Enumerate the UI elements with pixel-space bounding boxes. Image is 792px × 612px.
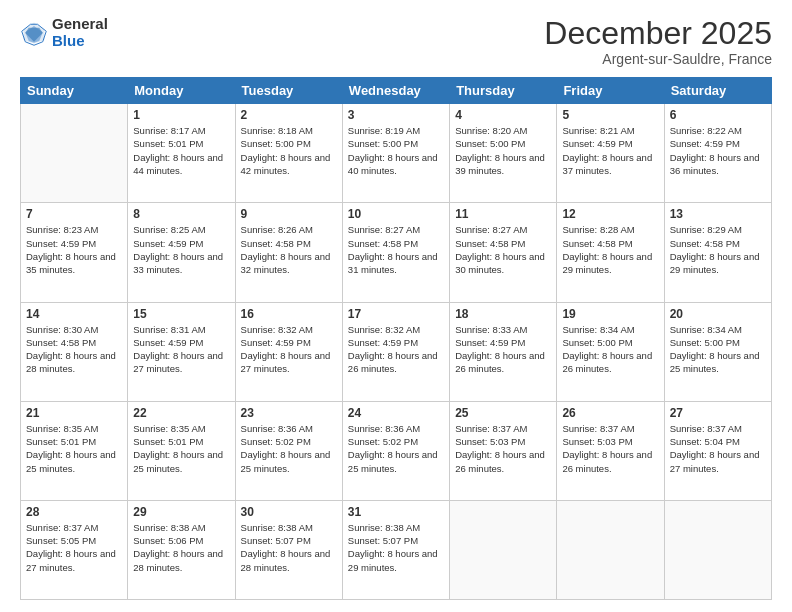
- sunset-text: Sunset: 4:58 PM: [241, 237, 337, 250]
- day-number: 3: [348, 108, 444, 122]
- calendar-cell: 27 Sunrise: 8:37 AM Sunset: 5:04 PM Dayl…: [664, 401, 771, 500]
- daylight-text: Daylight: 8 hours and 28 minutes.: [241, 547, 337, 574]
- calendar-cell: 21 Sunrise: 8:35 AM Sunset: 5:01 PM Dayl…: [21, 401, 128, 500]
- sunrise-text: Sunrise: 8:35 AM: [133, 422, 229, 435]
- header-tuesday: Tuesday: [235, 78, 342, 104]
- daylight-text: Daylight: 8 hours and 27 minutes.: [670, 448, 766, 475]
- daylight-text: Daylight: 8 hours and 25 minutes.: [133, 448, 229, 475]
- calendar-cell: 20 Sunrise: 8:34 AM Sunset: 5:00 PM Dayl…: [664, 302, 771, 401]
- daylight-text: Daylight: 8 hours and 25 minutes.: [241, 448, 337, 475]
- daylight-text: Daylight: 8 hours and 44 minutes.: [133, 151, 229, 178]
- sunrise-text: Sunrise: 8:18 AM: [241, 124, 337, 137]
- logo-icon: [20, 19, 48, 47]
- day-number: 6: [670, 108, 766, 122]
- sunset-text: Sunset: 5:04 PM: [670, 435, 766, 448]
- header-thursday: Thursday: [450, 78, 557, 104]
- calendar-cell: [450, 500, 557, 599]
- daylight-text: Daylight: 8 hours and 29 minutes.: [670, 250, 766, 277]
- day-number: 25: [455, 406, 551, 420]
- sunset-text: Sunset: 4:58 PM: [562, 237, 658, 250]
- daylight-text: Daylight: 8 hours and 28 minutes.: [26, 349, 122, 376]
- day-number: 18: [455, 307, 551, 321]
- daylight-text: Daylight: 8 hours and 26 minutes.: [455, 448, 551, 475]
- day-info: Sunrise: 8:19 AM Sunset: 5:00 PM Dayligh…: [348, 124, 444, 177]
- calendar-row-3: 14 Sunrise: 8:30 AM Sunset: 4:58 PM Dayl…: [21, 302, 772, 401]
- day-number: 17: [348, 307, 444, 321]
- sunrise-text: Sunrise: 8:34 AM: [670, 323, 766, 336]
- calendar-cell: 24 Sunrise: 8:36 AM Sunset: 5:02 PM Dayl…: [342, 401, 449, 500]
- calendar-cell: 10 Sunrise: 8:27 AM Sunset: 4:58 PM Dayl…: [342, 203, 449, 302]
- day-info: Sunrise: 8:33 AM Sunset: 4:59 PM Dayligh…: [455, 323, 551, 376]
- logo-blue-text: Blue: [52, 33, 108, 50]
- day-number: 2: [241, 108, 337, 122]
- day-info: Sunrise: 8:34 AM Sunset: 5:00 PM Dayligh…: [670, 323, 766, 376]
- sunrise-text: Sunrise: 8:21 AM: [562, 124, 658, 137]
- calendar-cell: 12 Sunrise: 8:28 AM Sunset: 4:58 PM Dayl…: [557, 203, 664, 302]
- sunset-text: Sunset: 5:06 PM: [133, 534, 229, 547]
- logo-general-text: General: [52, 16, 108, 33]
- day-info: Sunrise: 8:25 AM Sunset: 4:59 PM Dayligh…: [133, 223, 229, 276]
- daylight-text: Daylight: 8 hours and 25 minutes.: [670, 349, 766, 376]
- day-number: 12: [562, 207, 658, 221]
- sunrise-text: Sunrise: 8:25 AM: [133, 223, 229, 236]
- sunset-text: Sunset: 5:02 PM: [348, 435, 444, 448]
- day-info: Sunrise: 8:34 AM Sunset: 5:00 PM Dayligh…: [562, 323, 658, 376]
- day-number: 13: [670, 207, 766, 221]
- sunset-text: Sunset: 5:00 PM: [455, 137, 551, 150]
- day-number: 8: [133, 207, 229, 221]
- calendar-cell: 2 Sunrise: 8:18 AM Sunset: 5:00 PM Dayli…: [235, 104, 342, 203]
- daylight-text: Daylight: 8 hours and 28 minutes.: [133, 547, 229, 574]
- calendar-row-4: 21 Sunrise: 8:35 AM Sunset: 5:01 PM Dayl…: [21, 401, 772, 500]
- sunset-text: Sunset: 5:07 PM: [348, 534, 444, 547]
- day-number: 23: [241, 406, 337, 420]
- calendar-cell: 30 Sunrise: 8:38 AM Sunset: 5:07 PM Dayl…: [235, 500, 342, 599]
- sunrise-text: Sunrise: 8:37 AM: [455, 422, 551, 435]
- calendar-cell: 22 Sunrise: 8:35 AM Sunset: 5:01 PM Dayl…: [128, 401, 235, 500]
- day-number: 29: [133, 505, 229, 519]
- day-info: Sunrise: 8:35 AM Sunset: 5:01 PM Dayligh…: [26, 422, 122, 475]
- sunrise-text: Sunrise: 8:28 AM: [562, 223, 658, 236]
- sunset-text: Sunset: 5:00 PM: [562, 336, 658, 349]
- day-info: Sunrise: 8:17 AM Sunset: 5:01 PM Dayligh…: [133, 124, 229, 177]
- sunset-text: Sunset: 5:01 PM: [26, 435, 122, 448]
- sunset-text: Sunset: 4:59 PM: [670, 137, 766, 150]
- sunset-text: Sunset: 5:03 PM: [562, 435, 658, 448]
- logo: General Blue: [20, 16, 108, 49]
- day-number: 19: [562, 307, 658, 321]
- sunrise-text: Sunrise: 8:36 AM: [241, 422, 337, 435]
- header-sunday: Sunday: [21, 78, 128, 104]
- sunset-text: Sunset: 5:02 PM: [241, 435, 337, 448]
- calendar-cell: 3 Sunrise: 8:19 AM Sunset: 5:00 PM Dayli…: [342, 104, 449, 203]
- calendar-body: 1 Sunrise: 8:17 AM Sunset: 5:01 PM Dayli…: [21, 104, 772, 600]
- calendar-cell: 28 Sunrise: 8:37 AM Sunset: 5:05 PM Dayl…: [21, 500, 128, 599]
- day-info: Sunrise: 8:31 AM Sunset: 4:59 PM Dayligh…: [133, 323, 229, 376]
- calendar-cell: 26 Sunrise: 8:37 AM Sunset: 5:03 PM Dayl…: [557, 401, 664, 500]
- day-number: 9: [241, 207, 337, 221]
- location-title: Argent-sur-Sauldre, France: [544, 51, 772, 67]
- sunrise-text: Sunrise: 8:23 AM: [26, 223, 122, 236]
- sunset-text: Sunset: 4:59 PM: [26, 237, 122, 250]
- day-info: Sunrise: 8:21 AM Sunset: 4:59 PM Dayligh…: [562, 124, 658, 177]
- calendar-cell: 13 Sunrise: 8:29 AM Sunset: 4:58 PM Dayl…: [664, 203, 771, 302]
- day-info: Sunrise: 8:30 AM Sunset: 4:58 PM Dayligh…: [26, 323, 122, 376]
- daylight-text: Daylight: 8 hours and 32 minutes.: [241, 250, 337, 277]
- daylight-text: Daylight: 8 hours and 27 minutes.: [241, 349, 337, 376]
- sunrise-text: Sunrise: 8:19 AM: [348, 124, 444, 137]
- sunrise-text: Sunrise: 8:27 AM: [455, 223, 551, 236]
- header-right: December 2025 Argent-sur-Sauldre, France: [544, 16, 772, 67]
- daylight-text: Daylight: 8 hours and 33 minutes.: [133, 250, 229, 277]
- sunset-text: Sunset: 4:59 PM: [133, 336, 229, 349]
- day-info: Sunrise: 8:36 AM Sunset: 5:02 PM Dayligh…: [348, 422, 444, 475]
- day-info: Sunrise: 8:36 AM Sunset: 5:02 PM Dayligh…: [241, 422, 337, 475]
- sunset-text: Sunset: 4:58 PM: [670, 237, 766, 250]
- day-info: Sunrise: 8:32 AM Sunset: 4:59 PM Dayligh…: [348, 323, 444, 376]
- logo-text: General Blue: [52, 16, 108, 49]
- sunset-text: Sunset: 4:59 PM: [241, 336, 337, 349]
- sunset-text: Sunset: 4:58 PM: [26, 336, 122, 349]
- sunset-text: Sunset: 5:03 PM: [455, 435, 551, 448]
- day-info: Sunrise: 8:29 AM Sunset: 4:58 PM Dayligh…: [670, 223, 766, 276]
- daylight-text: Daylight: 8 hours and 30 minutes.: [455, 250, 551, 277]
- header-monday: Monday: [128, 78, 235, 104]
- day-info: Sunrise: 8:27 AM Sunset: 4:58 PM Dayligh…: [348, 223, 444, 276]
- sunset-text: Sunset: 5:00 PM: [241, 137, 337, 150]
